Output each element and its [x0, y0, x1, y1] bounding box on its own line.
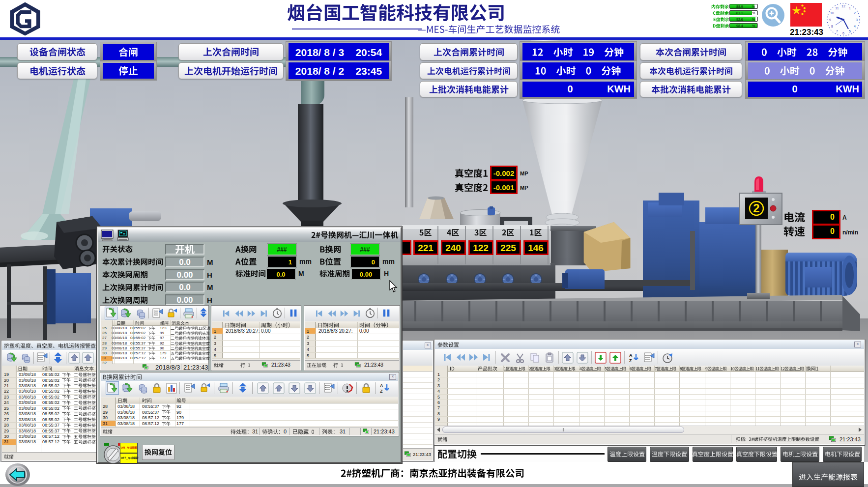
svg-text:6: 6 — [842, 31, 844, 35]
svg-text:3: 3 — [856, 18, 858, 22]
svg-text:1: 1 — [849, 6, 851, 10]
svg-text:10: 10 — [830, 11, 834, 15]
svg-text:9: 9 — [829, 18, 831, 22]
svg-text:8: 8 — [831, 25, 833, 28]
svg-text:4: 4 — [854, 25, 856, 28]
svg-text:12: 12 — [841, 4, 845, 8]
svg-text:2: 2 — [854, 11, 856, 15]
svg-text:A: A — [629, 353, 633, 358]
svg-text:A: A — [380, 383, 383, 388]
svg-text:5: 5 — [849, 29, 851, 33]
svg-text:Z: Z — [629, 358, 632, 363]
svg-text:Z: Z — [380, 389, 383, 394]
svg-text:11: 11 — [835, 6, 839, 10]
svg-text:7: 7 — [836, 29, 838, 33]
